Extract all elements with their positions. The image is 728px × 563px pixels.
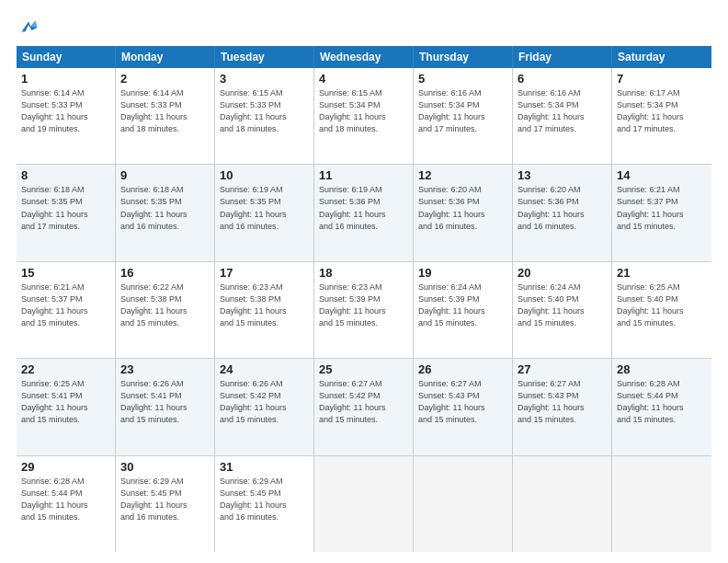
day-number: 15	[21, 266, 110, 280]
calendar-row: 22Sunrise: 6:25 AM Sunset: 5:41 PM Dayli…	[17, 359, 711, 455]
calendar-row: 1Sunrise: 6:14 AM Sunset: 5:33 PM Daylig…	[17, 68, 711, 165]
weekday-header: Friday	[513, 46, 612, 68]
calendar-cell: 17Sunrise: 6:23 AM Sunset: 5:38 PM Dayli…	[215, 262, 314, 358]
calendar-cell: 7Sunrise: 6:17 AM Sunset: 5:34 PM Daylig…	[612, 68, 711, 164]
weekday-header: Monday	[116, 46, 215, 68]
day-number: 24	[220, 362, 309, 376]
calendar-cell: 14Sunrise: 6:21 AM Sunset: 5:37 PM Dayli…	[612, 165, 711, 260]
calendar-cell: 31Sunrise: 6:29 AM Sunset: 5:45 PM Dayli…	[215, 456, 314, 552]
calendar-cell: 25Sunrise: 6:27 AM Sunset: 5:42 PM Dayli…	[314, 359, 414, 454]
calendar-cell: 6Sunrise: 6:16 AM Sunset: 5:34 PM Daylig…	[513, 68, 612, 164]
day-number: 26	[418, 362, 507, 376]
day-number: 25	[319, 362, 408, 376]
day-number: 31	[220, 460, 309, 474]
weekday-header: Sunday	[17, 46, 116, 68]
calendar-cell: 18Sunrise: 6:23 AM Sunset: 5:39 PM Dayli…	[314, 262, 414, 358]
calendar-cell: 15Sunrise: 6:21 AM Sunset: 5:37 PM Dayli…	[17, 262, 116, 358]
day-info: Sunrise: 6:24 AM Sunset: 5:40 PM Dayligh…	[518, 282, 607, 329]
calendar-cell: 21Sunrise: 6:25 AM Sunset: 5:40 PM Dayli…	[612, 262, 711, 358]
calendar-cell: 16Sunrise: 6:22 AM Sunset: 5:38 PM Dayli…	[116, 262, 215, 358]
day-number: 7	[617, 72, 707, 86]
day-number: 23	[120, 362, 210, 376]
day-number: 8	[21, 168, 110, 182]
logo-bird-icon	[18, 17, 39, 37]
calendar-cell: 22Sunrise: 6:25 AM Sunset: 5:41 PM Dayli…	[17, 359, 116, 454]
day-info: Sunrise: 6:14 AM Sunset: 5:33 PM Dayligh…	[120, 87, 210, 135]
day-number: 11	[319, 168, 408, 182]
weekday-header: Thursday	[414, 46, 513, 68]
day-number: 4	[319, 72, 408, 86]
calendar-cell: 30Sunrise: 6:29 AM Sunset: 5:45 PM Dayli…	[116, 456, 215, 552]
day-number: 21	[617, 266, 707, 280]
day-number: 28	[617, 362, 707, 376]
header	[17, 17, 711, 37]
day-number: 30	[120, 460, 210, 474]
calendar: SundayMondayTuesdayWednesdayThursdayFrid…	[17, 46, 711, 552]
day-info: Sunrise: 6:27 AM Sunset: 5:43 PM Dayligh…	[418, 378, 507, 426]
day-number: 27	[518, 362, 607, 376]
day-number: 14	[617, 168, 707, 182]
day-info: Sunrise: 6:24 AM Sunset: 5:39 PM Dayligh…	[418, 282, 507, 329]
logo	[17, 17, 39, 37]
day-info: Sunrise: 6:28 AM Sunset: 5:44 PM Dayligh…	[617, 378, 707, 426]
day-info: Sunrise: 6:20 AM Sunset: 5:36 PM Dayligh…	[418, 184, 507, 232]
calendar-cell: 13Sunrise: 6:20 AM Sunset: 5:36 PM Dayli…	[513, 165, 612, 260]
day-info: Sunrise: 6:19 AM Sunset: 5:35 PM Dayligh…	[220, 184, 309, 232]
day-info: Sunrise: 6:16 AM Sunset: 5:34 PM Dayligh…	[418, 87, 507, 135]
day-number: 3	[220, 72, 309, 86]
calendar-cell	[414, 456, 513, 552]
day-info: Sunrise: 6:21 AM Sunset: 5:37 PM Dayligh…	[617, 184, 707, 232]
day-info: Sunrise: 6:27 AM Sunset: 5:43 PM Dayligh…	[518, 378, 607, 426]
day-number: 1	[21, 72, 110, 86]
day-number: 6	[518, 72, 607, 86]
calendar-cell: 27Sunrise: 6:27 AM Sunset: 5:43 PM Dayli…	[513, 359, 612, 454]
calendar-cell	[612, 456, 711, 552]
day-number: 13	[518, 168, 607, 182]
weekday-header: Wednesday	[314, 46, 414, 68]
day-info: Sunrise: 6:25 AM Sunset: 5:41 PM Dayligh…	[21, 378, 110, 426]
day-info: Sunrise: 6:26 AM Sunset: 5:42 PM Dayligh…	[220, 378, 309, 426]
calendar-cell: 24Sunrise: 6:26 AM Sunset: 5:42 PM Dayli…	[215, 359, 314, 454]
day-info: Sunrise: 6:15 AM Sunset: 5:33 PM Dayligh…	[220, 87, 309, 135]
day-info: Sunrise: 6:25 AM Sunset: 5:40 PM Dayligh…	[617, 282, 707, 329]
calendar-cell	[513, 456, 612, 552]
day-info: Sunrise: 6:19 AM Sunset: 5:36 PM Dayligh…	[319, 184, 408, 232]
calendar-cell: 1Sunrise: 6:14 AM Sunset: 5:33 PM Daylig…	[17, 68, 116, 164]
day-info: Sunrise: 6:15 AM Sunset: 5:34 PM Dayligh…	[319, 87, 408, 135]
calendar-header: SundayMondayTuesdayWednesdayThursdayFrid…	[17, 46, 711, 68]
day-info: Sunrise: 6:18 AM Sunset: 5:35 PM Dayligh…	[120, 184, 210, 232]
calendar-row: 15Sunrise: 6:21 AM Sunset: 5:37 PM Dayli…	[17, 262, 711, 359]
day-number: 9	[120, 168, 210, 182]
day-info: Sunrise: 6:26 AM Sunset: 5:41 PM Dayligh…	[120, 378, 210, 426]
day-info: Sunrise: 6:29 AM Sunset: 5:45 PM Dayligh…	[220, 476, 309, 523]
day-info: Sunrise: 6:21 AM Sunset: 5:37 PM Dayligh…	[21, 282, 110, 329]
calendar-cell: 12Sunrise: 6:20 AM Sunset: 5:36 PM Dayli…	[414, 165, 513, 260]
day-info: Sunrise: 6:20 AM Sunset: 5:36 PM Dayligh…	[518, 184, 607, 232]
calendar-cell: 9Sunrise: 6:18 AM Sunset: 5:35 PM Daylig…	[116, 165, 215, 260]
day-number: 29	[21, 460, 110, 474]
day-info: Sunrise: 6:14 AM Sunset: 5:33 PM Dayligh…	[21, 87, 110, 135]
calendar-cell: 5Sunrise: 6:16 AM Sunset: 5:34 PM Daylig…	[414, 68, 513, 164]
day-number: 20	[518, 266, 607, 280]
day-number: 17	[220, 266, 309, 280]
day-info: Sunrise: 6:27 AM Sunset: 5:42 PM Dayligh…	[319, 378, 408, 426]
calendar-cell	[314, 456, 414, 552]
calendar-cell: 11Sunrise: 6:19 AM Sunset: 5:36 PM Dayli…	[314, 165, 414, 260]
calendar-row: 29Sunrise: 6:28 AM Sunset: 5:44 PM Dayli…	[17, 456, 711, 552]
day-number: 18	[319, 266, 408, 280]
calendar-cell: 20Sunrise: 6:24 AM Sunset: 5:40 PM Dayli…	[513, 262, 612, 358]
day-number: 5	[418, 72, 507, 86]
day-number: 2	[120, 72, 210, 86]
calendar-body: 1Sunrise: 6:14 AM Sunset: 5:33 PM Daylig…	[17, 68, 711, 552]
day-info: Sunrise: 6:23 AM Sunset: 5:39 PM Dayligh…	[319, 282, 408, 329]
day-info: Sunrise: 6:28 AM Sunset: 5:44 PM Dayligh…	[21, 476, 110, 523]
calendar-cell: 4Sunrise: 6:15 AM Sunset: 5:34 PM Daylig…	[314, 68, 414, 164]
weekday-header: Tuesday	[215, 46, 314, 68]
weekday-header: Saturday	[612, 46, 711, 68]
day-info: Sunrise: 6:23 AM Sunset: 5:38 PM Dayligh…	[220, 282, 309, 329]
calendar-row: 8Sunrise: 6:18 AM Sunset: 5:35 PM Daylig…	[17, 165, 711, 261]
calendar-cell: 8Sunrise: 6:18 AM Sunset: 5:35 PM Daylig…	[17, 165, 116, 260]
calendar-cell: 10Sunrise: 6:19 AM Sunset: 5:35 PM Dayli…	[215, 165, 314, 260]
calendar-cell: 3Sunrise: 6:15 AM Sunset: 5:33 PM Daylig…	[215, 68, 314, 164]
day-number: 16	[120, 266, 210, 280]
